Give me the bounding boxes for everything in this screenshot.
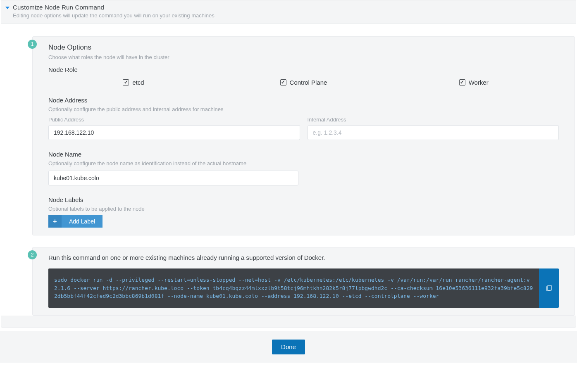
public-address-label: Public Address [48, 116, 300, 123]
address-row: Public Address Internal Address [48, 116, 559, 140]
step-2: 2 Run this command on one or more existi… [32, 247, 575, 316]
checkbox-etcd[interactable] [123, 79, 129, 86]
panel-header[interactable]: Customize Node Run Command Editing node … [1, 0, 576, 24]
step-2-content: Run this command on one or more existing… [32, 247, 575, 316]
svg-rect-0 [548, 285, 551, 290]
step-badge-1: 1 [28, 40, 37, 49]
panel-subtitle: Editing node options will update the com… [13, 12, 572, 19]
node-labels-heading: Node Labels [48, 196, 559, 203]
node-options-title: Node Options [48, 43, 559, 52]
role-worker[interactable]: Worker [389, 79, 559, 86]
panel-title: Customize Node Run Command [13, 4, 572, 11]
clipboard-icon [545, 284, 553, 292]
panel-title-block: Customize Node Run Command Editing node … [13, 4, 572, 19]
command-row: sudo docker run -d --privileged --restar… [48, 268, 559, 308]
footer-bar: Done [0, 331, 577, 363]
checkbox-worker[interactable] [459, 79, 465, 86]
role-label-worker: Worker [469, 79, 489, 86]
step-1-content: Node Options Choose what roles the node … [32, 36, 575, 235]
run-command-instruction: Run this command on one or more existing… [48, 254, 559, 261]
role-label-etcd: etcd [132, 79, 144, 86]
node-options-desc: Choose what roles the node will have in … [48, 54, 559, 60]
node-address-desc: Optionally configure the public address … [48, 106, 559, 112]
panel-body: 1 Node Options Choose what roles the nod… [1, 24, 576, 316]
node-labels-desc: Optional labels to be applied to the nod… [48, 206, 559, 212]
internal-address-input[interactable] [308, 125, 559, 140]
node-roles-row: etcd Control Plane Worker [48, 79, 559, 86]
node-role-heading: Node Role [48, 66, 559, 73]
done-button[interactable]: Done [272, 340, 305, 354]
public-address-input[interactable] [48, 125, 300, 140]
public-address-col: Public Address [48, 116, 300, 140]
add-label-button[interactable]: + Add Label [48, 215, 103, 228]
plus-icon: + [48, 215, 62, 228]
node-name-input[interactable] [48, 171, 298, 185]
node-name-heading: Node Name [48, 151, 559, 158]
add-label-text: Add Label [62, 218, 103, 225]
internal-address-label: Internal Address [308, 116, 559, 123]
role-label-control-plane: Control Plane [290, 79, 327, 86]
chevron-down-icon [5, 7, 10, 9]
internal-address-col: Internal Address [308, 116, 559, 140]
node-name-desc: Optionally configure the node name as id… [48, 160, 559, 166]
node-address-heading: Node Address [48, 97, 559, 104]
customize-command-panel: Customize Node Run Command Editing node … [1, 0, 576, 328]
role-etcd[interactable]: etcd [48, 79, 219, 86]
copy-button[interactable] [539, 268, 559, 308]
checkbox-control-plane[interactable] [280, 79, 286, 86]
step-badge-2: 2 [28, 250, 37, 259]
command-text[interactable]: sudo docker run -d --privileged --restar… [48, 268, 539, 308]
role-control-plane[interactable]: Control Plane [219, 79, 389, 86]
step-1: 1 Node Options Choose what roles the nod… [32, 36, 575, 235]
